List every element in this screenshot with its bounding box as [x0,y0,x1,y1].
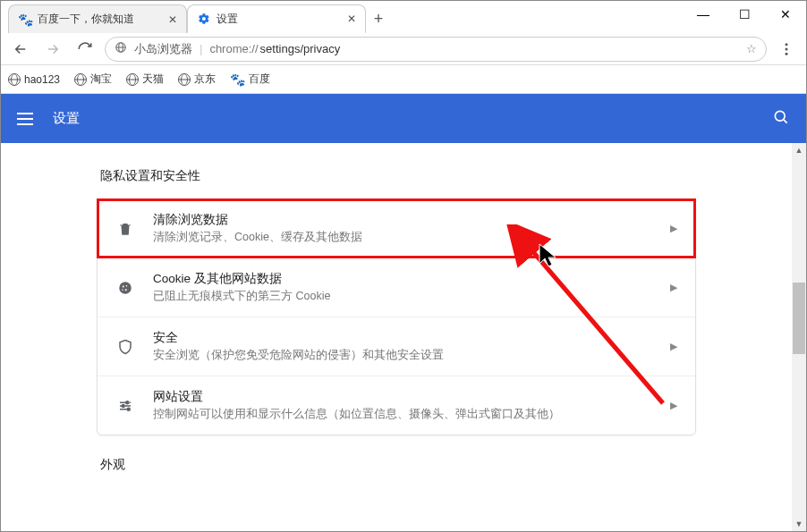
svg-point-3 [786,47,788,50]
row-subtitle: 控制网站可以使用和显示什么信息（如位置信息、摄像头、弹出式窗口及其他） [153,407,652,422]
globe-icon [74,73,87,86]
row-title: Cookie 及其他网站数据 [153,271,652,287]
bookmark-label: 淘宝 [90,72,112,87]
scroll-thumb[interactable] [793,283,805,354]
bookmark-star-icon[interactable]: ☆ [746,42,757,55]
new-tab-button[interactable]: + [366,6,391,31]
chevron-right-icon: ▶ [670,400,677,411]
svg-point-5 [775,111,785,121]
scroll-down-icon[interactable]: ▼ [792,517,806,531]
row-subtitle: 安全浏览（保护您免受危险网站的侵害）和其他安全设置 [153,348,652,363]
bookmark-hao123[interactable]: hao123 [8,73,60,86]
forward-button[interactable] [40,37,65,62]
maximize-button[interactable]: ☐ [724,1,765,28]
trash-icon [115,221,135,237]
close-icon[interactable]: ✕ [347,13,356,25]
security-label: 小岛浏览器 [134,41,192,57]
bookmark-tmall[interactable]: 天猫 [126,72,164,87]
privacy-card: 清除浏览数据 清除浏览记录、Cookie、缓存及其他数据 ▶ Cookie 及其… [97,198,696,435]
scroll-track[interactable] [792,157,806,517]
url-path: settings/privacy [260,42,341,55]
bookmark-label: hao123 [24,73,60,86]
bookmark-label: 百度 [249,72,270,87]
sliders-icon [115,398,135,414]
close-icon[interactable]: ✕ [168,13,177,26]
bookmark-jd[interactable]: 京东 [178,72,216,87]
tab-title: 设置 [217,12,238,27]
bookmark-label: 京东 [194,72,216,87]
bookmark-taobao[interactable]: 淘宝 [74,72,112,87]
browser-toolbar: 小岛浏览器 | chrome://settings/privacy ☆ [1,33,806,65]
settings-header: 设置 [1,94,806,143]
close-window-button[interactable]: ✕ [765,1,806,28]
row-title: 清除浏览数据 [153,212,652,228]
chevron-right-icon: ▶ [670,282,677,293]
window-controls: — ☐ ✕ [683,1,806,28]
row-subtitle: 清除浏览记录、Cookie、缓存及其他数据 [153,230,652,245]
globe-icon [126,73,139,86]
site-info-icon[interactable] [115,41,127,56]
chevron-right-icon: ▶ [670,341,677,352]
bookmark-baidu[interactable]: 🐾百度 [230,72,270,87]
shield-icon [115,339,135,355]
reload-button[interactable] [72,37,98,62]
cookie-icon [115,280,135,296]
row-title: 安全 [153,330,652,346]
paw-icon: 🐾 [230,72,245,87]
row-site-settings[interactable]: 网站设置 控制网站可以使用和显示什么信息（如位置信息、摄像头、弹出式窗口及其他）… [98,376,695,435]
tab-title: 百度一下，你就知道 [38,12,134,27]
address-bar[interactable]: 小岛浏览器 | chrome://settings/privacy ☆ [105,37,767,62]
menu-icon[interactable] [17,113,33,125]
globe-icon [8,73,21,86]
row-security[interactable]: 安全 安全浏览（保护您免受危险网站的侵害）和其他安全设置 ▶ [98,317,695,376]
row-clear-browsing-data[interactable]: 清除浏览数据 清除浏览记录、Cookie、缓存及其他数据 ▶ [98,199,695,258]
row-subtitle: 已阻止无痕模式下的第三方 Cookie [153,289,652,304]
browser-tab-baidu[interactable]: 🐾 百度一下，你就知道 ✕ [8,4,187,33]
svg-point-9 [125,289,127,291]
svg-point-11 [126,401,129,403]
minimize-button[interactable]: — [683,1,724,28]
svg-point-10 [122,289,123,291]
row-cookies[interactable]: Cookie 及其他网站数据 已阻止无痕模式下的第三方 Cookie ▶ [98,258,695,317]
back-button[interactable] [8,37,33,62]
section-title-appearance: 外观 [97,457,696,473]
search-icon[interactable] [772,108,790,130]
section-title-privacy: 隐私设置和安全性 [97,168,696,184]
browser-tab-settings[interactable]: 设置 ✕ [187,4,366,33]
globe-icon [178,73,191,86]
svg-point-7 [123,285,124,287]
chevron-right-icon: ▶ [670,223,677,234]
vertical-scrollbar[interactable]: ▲ ▼ [792,143,806,531]
menu-button[interactable] [774,37,799,62]
bookmark-label: 天猫 [142,72,164,87]
svg-point-8 [126,284,128,286]
gear-icon [197,12,211,26]
url-host: chrome:// [209,42,258,55]
bookmarks-bar: hao123 淘宝 天猫 京东 🐾百度 [1,65,806,94]
svg-point-4 [786,52,788,55]
svg-point-2 [786,43,788,46]
window-titlebar: 🐾 百度一下，你就知道 ✕ 设置 ✕ + — ☐ ✕ [1,1,806,33]
svg-point-12 [122,404,124,407]
svg-point-6 [119,282,132,294]
page-title: 设置 [53,110,80,127]
svg-point-13 [127,408,130,410]
paw-icon: 🐾 [18,13,32,27]
settings-content: 隐私设置和安全性 清除浏览数据 清除浏览记录、Cookie、缓存及其他数据 ▶ [1,143,792,531]
scroll-up-icon[interactable]: ▲ [792,143,806,157]
row-title: 网站设置 [153,389,652,405]
